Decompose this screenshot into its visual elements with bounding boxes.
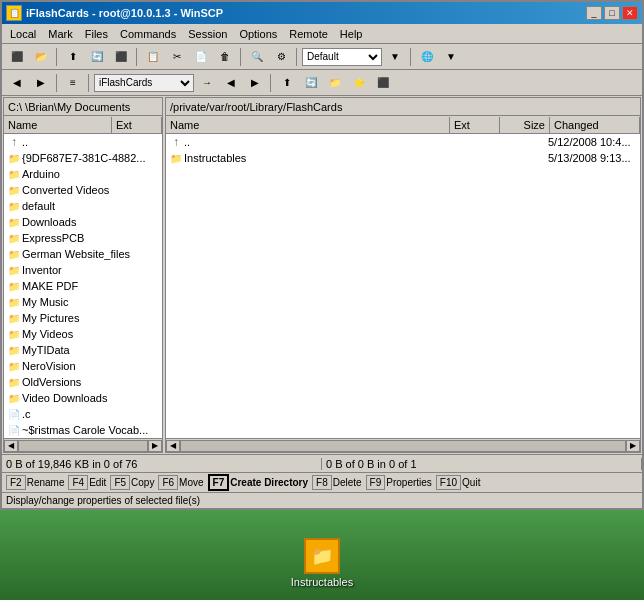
f4-label: Edit (89, 477, 106, 488)
folder-icon: 📁 (6, 214, 22, 230)
tb-more[interactable]: ≡ (62, 73, 84, 93)
list-item[interactable]: 📁 German Website_files (4, 246, 162, 262)
list-item[interactable]: 📁 My Videos (4, 326, 162, 342)
right-scroll-right[interactable]: ▶ (626, 440, 640, 452)
titlebar-left: 📋 iFlashCards - root@10.0.1.3 - WinSCP (6, 5, 223, 21)
list-item[interactable]: 📁 Downloads (4, 214, 162, 230)
list-item[interactable]: 📁 default (4, 198, 162, 214)
list-item[interactable]: 📁 {9DF687E7-381C-4882... (4, 150, 162, 166)
list-item[interactable]: 📁 Inventor (4, 262, 162, 278)
tb-left-up[interactable]: ⬆ (276, 73, 298, 93)
list-item[interactable]: 📄 ~$ristmas Carole Vocab... (4, 422, 162, 438)
list-item[interactable]: ↑ .. (4, 134, 162, 150)
list-item[interactable]: 📁 My Pictures (4, 310, 162, 326)
list-item[interactable]: 📁 MyTIData (4, 342, 162, 358)
tb-btn4[interactable]: 🔄 (86, 47, 108, 67)
window-controls: _ □ ✕ (586, 6, 638, 20)
right-file-list[interactable]: ↑ .. 5/12/2008 10:4... 📁 Instructables 5… (166, 134, 640, 438)
fn5-copy[interactable]: F5 Copy (110, 475, 154, 490)
fn7-mkdir[interactable]: F7 Create Directory (208, 474, 308, 491)
file-name: OldVersions (22, 376, 160, 388)
menu-files[interactable]: Files (79, 26, 114, 42)
tb-back[interactable]: ◀ (6, 73, 28, 93)
list-item[interactable]: 📁 MAKE PDF (4, 278, 162, 294)
tb-fwd[interactable]: ▶ (30, 73, 52, 93)
list-item[interactable]: 📁 Instructables 5/13/2008 9:13... (166, 150, 640, 166)
right-col-name[interactable]: Name (166, 117, 450, 133)
fn6-move[interactable]: F6 Move (158, 475, 203, 490)
fn10-quit[interactable]: F10 Quit (436, 475, 481, 490)
right-hscroll[interactable]: ◀ ▶ (166, 438, 640, 452)
f6-label: Move (179, 477, 203, 488)
close-button[interactable]: ✕ (622, 6, 638, 20)
menu-commands[interactable]: Commands (114, 26, 182, 42)
menu-session[interactable]: Session (182, 26, 233, 42)
left-hscroll[interactable]: ◀ ▶ (4, 438, 162, 452)
tb-btn11[interactable]: ⚙ (270, 47, 292, 67)
list-item[interactable]: 📁 Converted Videos (4, 182, 162, 198)
fn4-edit[interactable]: F4 Edit (68, 475, 106, 490)
left-scroll-right[interactable]: ▶ (148, 440, 162, 452)
right-col-ext[interactable]: Ext (450, 117, 500, 133)
menu-local[interactable]: Local (4, 26, 42, 42)
fn9-props[interactable]: F9 Properties (366, 475, 432, 490)
minimize-button[interactable]: _ (586, 6, 602, 20)
menu-options[interactable]: Options (233, 26, 283, 42)
right-col-size[interactable]: Size (500, 117, 550, 133)
left-scroll-track[interactable] (18, 440, 148, 452)
tb-btn2[interactable]: 📂 (30, 47, 52, 67)
left-addr-go[interactable]: → (196, 73, 218, 93)
tb-btn12[interactable]: 🌐 (416, 47, 438, 67)
left-scroll-left[interactable]: ◀ (4, 440, 18, 452)
left-status: 0 B of 19,846 KB in 0 of 76 (2, 458, 322, 470)
list-item[interactable]: 📄 .c (4, 406, 162, 422)
tb-left-new[interactable]: 📁 (324, 73, 346, 93)
left-fwd[interactable]: ▶ (244, 73, 266, 93)
menu-remote[interactable]: Remote (283, 26, 334, 42)
folder-icon: 📁 (6, 358, 22, 374)
list-item[interactable]: ↑ .. 5/12/2008 10:4... (166, 134, 640, 150)
menu-mark[interactable]: Mark (42, 26, 78, 42)
tb-profile-btn[interactable]: ▼ (384, 47, 406, 67)
main-window: 📋 iFlashCards - root@10.0.1.3 - WinSCP _… (0, 0, 644, 510)
maximize-button[interactable]: □ (604, 6, 620, 20)
tb-left-bm[interactable]: ⭐ (348, 73, 370, 93)
sep5 (410, 48, 412, 66)
profile-dropdown[interactable]: Default (302, 48, 382, 66)
file-name: MAKE PDF (22, 280, 160, 292)
tb-btn9[interactable]: 🗑 (214, 47, 236, 67)
left-col-name[interactable]: Name (4, 117, 112, 133)
tb-btn13[interactable]: ▼ (440, 47, 462, 67)
list-item[interactable]: 📁 My Music (4, 294, 162, 310)
right-col-changed[interactable]: Changed (550, 117, 640, 133)
sep6 (56, 74, 58, 92)
tb-left-refresh[interactable]: 🔄 (300, 73, 322, 93)
fn2-rename[interactable]: F2 Rename (6, 475, 64, 490)
left-back[interactable]: ◀ (220, 73, 242, 93)
tb-btn3[interactable]: ⬆ (62, 47, 84, 67)
right-scroll-left[interactable]: ◀ (166, 440, 180, 452)
list-item[interactable]: 📁 Arduino (4, 166, 162, 182)
folder-icon: 📁 (6, 198, 22, 214)
menu-help[interactable]: Help (334, 26, 369, 42)
desktop-icon-instructables[interactable]: 📁 Instructables (291, 538, 353, 588)
list-item[interactable]: 📁 NeroVision (4, 358, 162, 374)
left-file-list[interactable]: ↑ .. 📁 {9DF687E7-381C-4882... 📁 Arduino … (4, 134, 162, 438)
list-item[interactable]: 📁 ExpressPCB (4, 230, 162, 246)
tb-left-bm2[interactable]: ⬛ (372, 73, 394, 93)
file-name: ExpressPCB (22, 232, 160, 244)
fn8-delete[interactable]: F8 Delete (312, 475, 362, 490)
tb-btn6[interactable]: 📋 (142, 47, 164, 67)
left-addr-dropdown[interactable]: iFlashCards (94, 74, 194, 92)
tb-btn8[interactable]: 📄 (190, 47, 212, 67)
file-name: ~$ristmas Carole Vocab... (22, 424, 160, 436)
tb-btn10[interactable]: 🔍 (246, 47, 268, 67)
tb-btn7[interactable]: ✂ (166, 47, 188, 67)
tb-new-session[interactable]: ⬛ (6, 47, 28, 67)
file-changed: 5/12/2008 10:4... (548, 136, 638, 148)
list-item[interactable]: 📁 Video Downloads (4, 390, 162, 406)
tb-btn5[interactable]: ⬛ (110, 47, 132, 67)
left-col-ext[interactable]: Ext (112, 117, 162, 133)
right-scroll-track[interactable] (180, 440, 626, 452)
list-item[interactable]: 📁 OldVersions (4, 374, 162, 390)
